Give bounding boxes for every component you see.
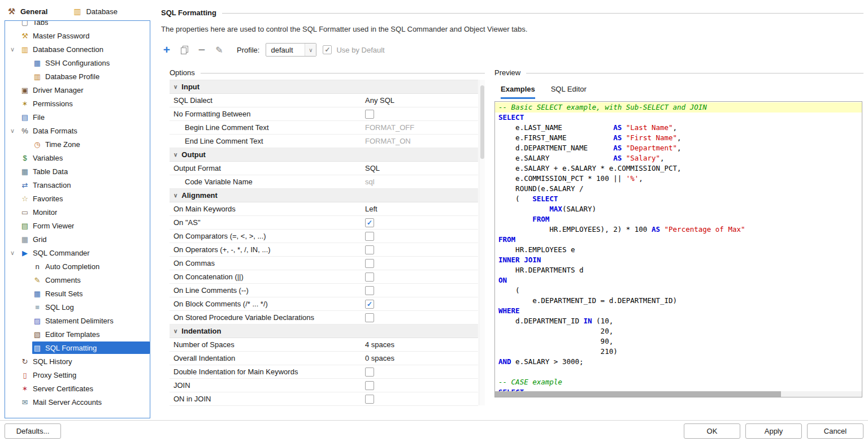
ok-button[interactable]: OK [684,423,740,439]
options-scrollbar-thumb[interactable] [480,85,484,159]
option-row-no-formatting-between[interactable]: No Formatting Between [170,107,478,121]
option-checkbox[interactable] [365,232,374,241]
sidebar-item-transaction[interactable]: ⇄Transaction [5,178,150,192]
option-row-on-comparators[interactable]: On Comparators (=, <, >, ...) [170,230,478,243]
sidebar-item-mail-server-accounts[interactable]: ✉Mail Server Accounts [5,395,150,409]
use-by-default-checkbox[interactable] [323,45,332,54]
options-section-input[interactable]: ∨Input [170,80,478,94]
option-checkbox[interactable] [365,286,374,295]
option-value[interactable]: SQL [365,164,380,172]
option-row-on-line-comments[interactable]: On Line Comments (--) [170,284,478,297]
chevron-down-icon[interactable]: ∨ [173,328,177,334]
sidebar-item-monitor[interactable]: ▭Monitor [5,205,150,219]
code-area[interactable]: -- Basic SELECT example, with Sub-SELECT… [494,101,862,397]
chevron-down-icon[interactable]: ∨ [10,126,15,135]
option-row-on-block-comments[interactable]: On Block Comments (/* ... */) [170,297,478,311]
add-icon[interactable]: + [161,44,172,56]
tab-general[interactable]: ⚒ General [7,7,47,16]
sidebar-item-tabs[interactable]: ▢Tabs [5,20,150,29]
option-checkbox[interactable] [365,313,374,322]
sidebar-item-editor-templates[interactable]: ▧Editor Templates [5,327,150,341]
option-checkbox[interactable] [365,218,374,227]
sidebar-item-sql-formatting[interactable]: ▤SQL Formatting [5,341,150,354]
option-row-begin-line-comment-text[interactable]: Begin Line Comment TextFORMAT_OFF [170,121,478,135]
option-row-on-stored-procedure-variable-declarations[interactable]: On Stored Procedure Variable Declaration… [170,311,478,325]
tab-database[interactable]: ▥ Database [72,7,118,16]
edit-icon[interactable]: ✎ [214,44,225,56]
sidebar-item-statement-delimiters[interactable]: ▨Statement Delimiters [5,314,150,327]
option-value[interactable]: Any SQL [365,96,394,105]
option-row-overall-indentation[interactable]: Overall Indentation0 spaces [170,352,478,365]
sidebar-item-database-profile[interactable]: ▥Database Profile [5,70,150,83]
profile-select[interactable]: default ∨ [266,43,316,57]
sidebar-item-sql-history[interactable]: ↻SQL History [5,354,150,368]
sidebar-item-master-password[interactable]: ⚒Master Password [5,29,150,42]
sidebar-item-ssh-configurations[interactable]: ▦SSH Configurations [5,56,150,70]
option-checkbox[interactable] [365,395,374,404]
chevron-down-icon[interactable]: ∨ [173,84,177,90]
sidebar-item-sql-log[interactable]: ≡SQL Log [5,300,150,314]
sidebar-item-table-data[interactable]: ▦Table Data [5,165,150,178]
defaults-button[interactable]: Defaults... [5,423,61,439]
sidebar-item-server-certificates[interactable]: ✶Server Certificates [5,382,150,395]
option-checkbox[interactable] [365,273,374,282]
option-row-join[interactable]: JOIN [170,379,478,392]
option-row-end-line-comment-text[interactable]: End Line Comment TextFORMAT_ON [170,135,478,148]
option-row-double-indentation-for-main-keywords[interactable]: Double Indentation for Main Keywords [170,365,478,379]
option-row-on-main-keywords[interactable]: On Main KeywordsLeft [170,202,478,216]
remove-icon[interactable]: − [196,44,207,56]
preview-hscrollbar-thumb[interactable] [495,391,781,397]
option-value[interactable]: Left [365,205,377,213]
options-section-alignment[interactable]: ∨Alignment [170,189,478,202]
copy-icon[interactable] [179,44,190,56]
sidebar-item-auto-completion[interactable]: nAuto Completion [5,260,150,273]
chevron-down-icon[interactable]: ∨ [10,45,15,54]
preview-hscrollbar[interactable] [495,391,862,397]
chevron-down-icon[interactable]: ∨ [173,152,177,158]
options-section-output[interactable]: ∨Output [170,148,478,162]
option-checkbox[interactable] [365,110,374,119]
option-checkbox[interactable] [365,259,374,268]
option-row-on-commas[interactable]: On Commas [170,257,478,270]
option-row-on-operators-in[interactable]: On Operators (+, -, *, /, IN, ...) [170,243,478,257]
sidebar-item-sql-commander[interactable]: ∨▶SQL Commander [5,246,150,260]
option-row-on-as[interactable]: On "AS" [170,216,478,230]
option-row-code-variable-name[interactable]: Code Variable Namesql [170,175,478,189]
sidebar-item-favorites[interactable]: ☆Favorites [5,192,150,205]
option-value[interactable]: 0 spaces [365,354,394,362]
option-value[interactable]: FORMAT_ON [365,137,411,145]
sidebar-item-time-zone[interactable]: ◷Time Zone [5,137,150,151]
option-checkbox[interactable] [365,368,374,377]
sidebar-item-form-viewer[interactable]: ▤Form Viewer [5,219,150,232]
tab-examples[interactable]: Examples [501,85,535,99]
options-section-indentation[interactable]: ∨Indentation [170,325,478,338]
sidebar-item-variables[interactable]: $Variables [5,151,150,165]
chevron-down-icon[interactable]: ∨ [10,248,15,257]
option-row-on-concatenation[interactable]: On Concatenation (||) [170,270,478,284]
option-row-number-of-spaces[interactable]: Number of Spaces4 spaces [170,338,478,352]
option-row-output-format[interactable]: Output FormatSQL [170,162,478,175]
option-checkbox[interactable] [365,381,374,390]
option-value[interactable]: 4 spaces [365,340,394,349]
option-row-sql-dialect[interactable]: SQL DialectAny SQL [170,94,478,107]
chevron-down-icon[interactable]: ∨ [173,192,177,198]
sidebar-item-file[interactable]: ▤File [5,110,150,124]
sidebar-item-permissions[interactable]: ✶Permissions [5,97,150,110]
chevron-down-icon[interactable]: ∨ [305,44,316,56]
option-checkbox[interactable] [365,245,374,254]
sidebar-item-comments[interactable]: ✎Comments [5,273,150,287]
option-value[interactable]: sql [365,178,375,186]
option-checkbox[interactable] [365,300,374,309]
sidebar-item-driver-manager[interactable]: ▣Driver Manager [5,83,150,97]
cancel-button[interactable]: Cancel [807,423,863,439]
sidebar-item-result-sets[interactable]: ▦Result Sets [5,287,150,300]
apply-button[interactable]: Apply [745,423,802,439]
option-value[interactable]: FORMAT_OFF [365,123,414,132]
tab-sql-editor[interactable]: SQL Editor [551,85,587,99]
sidebar-item-data-formats[interactable]: ∨%Data Formats [5,124,150,137]
option-row-on-in-join[interactable]: ON in JOIN [170,392,478,406]
sidebar-item-grid[interactable]: ▦Grid [5,232,150,246]
options-scrollbar[interactable] [479,80,485,405]
sidebar-item-proxy-setting[interactable]: ▯Proxy Setting [5,368,150,382]
sidebar-item-database-connection[interactable]: ∨▥Database Connection [5,42,150,56]
